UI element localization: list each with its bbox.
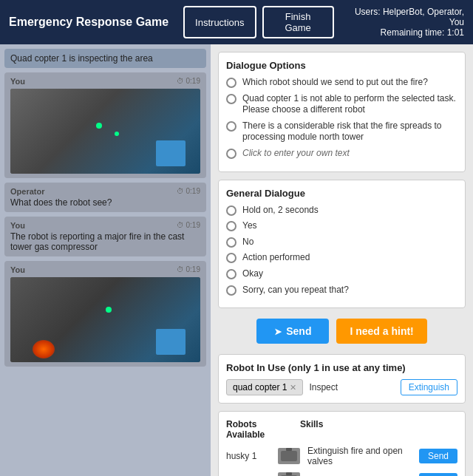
radio-opt1[interactable]: [226, 78, 236, 88]
time-label: Remaining time: 1:01: [343, 27, 464, 38]
system-message-text: Quad copter 1 is inspecting the area: [10, 53, 153, 64]
header-buttons: Instructions Finish Game: [183, 6, 334, 38]
general-option-5[interactable]: Okay: [226, 268, 457, 280]
instructions-button[interactable]: Instructions: [183, 6, 256, 38]
robots-title: Robots: [226, 419, 285, 429]
dialogue-option-4[interactable]: Click to enter your own text: [226, 148, 457, 160]
radio-opt4[interactable]: [226, 149, 236, 159]
robot-skills-1: Extinguish fire and open valves: [307, 446, 412, 466]
msg-sender-op: Operator: [10, 187, 44, 196]
option-text-4: Click to enter your own text: [242, 148, 350, 160]
msg-sender: You: [10, 77, 25, 86]
chat-message-user-1: You ⏱ 0:19: [4, 72, 206, 178]
option-text-2: Quad copter 1 is not able to perform the…: [242, 93, 457, 116]
msg-header-u2: You ⏱ 0:19: [10, 221, 200, 230]
general-option-1[interactable]: Hold on, 2 seconds: [226, 205, 457, 217]
send-icon: [274, 325, 282, 337]
radio-gen3[interactable]: [226, 237, 236, 248]
msg-header-op: Operator ⏱ 0:19: [10, 187, 200, 196]
robot-send-button-1[interactable]: Send: [419, 449, 457, 463]
robots-col-header: Robots Available: [226, 419, 285, 440]
chat-panel: Quad copter 1 is inspecting the area You…: [0, 44, 211, 476]
general-option-4[interactable]: Action performed: [226, 252, 457, 264]
msg-sender-u3: You: [10, 265, 25, 274]
general-dialogue-section: General Dialogue Hold on, 2 seconds Yes …: [218, 180, 466, 309]
general-text-3: No: [242, 237, 253, 248]
send-label: Send: [286, 325, 311, 337]
robots-table-section: Robots Available Skills husky 1 Extingui…: [218, 411, 466, 476]
radio-opt3[interactable]: [226, 121, 236, 132]
radio-gen5[interactable]: [226, 269, 236, 279]
robot-shape-1: [281, 451, 297, 461]
robots-table-header: Robots Available Skills: [226, 419, 457, 440]
chat-message-user-2: You ⏱ 0:19 The robot is reporting a majo…: [4, 217, 206, 256]
fire-image-visual: [10, 277, 200, 362]
robot-in-use-section: Robot In Use (only 1 in use at any time)…: [218, 354, 466, 404]
radio-opt2[interactable]: [226, 94, 236, 104]
msg-header: You ⏱ 0:19: [10, 77, 200, 86]
dialogue-option-2[interactable]: Quad copter 1 is not able to perform the…: [226, 93, 457, 116]
robot-icon-2: [278, 472, 300, 476]
robot-row-1: husky 1 Extinguish fire and open valves …: [226, 446, 457, 466]
robot-tag-close[interactable]: ✕: [290, 383, 296, 392]
robot-tag: quad copter 1 ✕: [226, 379, 303, 395]
chat-message-user-3: You ⏱ 0:19: [4, 261, 206, 367]
robot-tag-name: quad copter 1: [233, 382, 287, 392]
general-text-1: Hold on, 2 seconds: [242, 205, 319, 217]
general-text-5: Okay: [242, 268, 263, 280]
chat-message-operator: Operator ⏱ 0:19 What does the robot see?: [4, 183, 206, 212]
dialogue-option-3[interactable]: There is a considerable risk that the fi…: [226, 120, 457, 143]
robot-row-2: husky 2 Inspect Send: [226, 472, 457, 476]
general-text-6: Sorry, can you repeat that?: [242, 285, 349, 296]
robot-send-button-2[interactable]: Send: [419, 473, 457, 476]
msg-time-op: ⏱ 0:19: [177, 187, 200, 196]
dialogue-option-1[interactable]: Which robot should we send to put out th…: [226, 77, 457, 89]
send-button[interactable]: Send: [256, 319, 329, 344]
main-layout: Quad copter 1 is inspecting the area You…: [0, 44, 473, 476]
msg-header-u3: You ⏱ 0:19: [10, 265, 200, 274]
radio-gen6[interactable]: [226, 285, 236, 296]
green-dot-2: [115, 132, 119, 136]
radio-gen2[interactable]: [226, 221, 236, 231]
robot-icon-1: [278, 448, 300, 464]
available-label: Available: [226, 429, 285, 440]
radio-gen4[interactable]: [226, 253, 236, 263]
chat-image-aerial: [10, 89, 200, 174]
operator-message-text: What does the robot see?: [10, 197, 200, 208]
user-message-text: The robot is reporting a major fire in t…: [10, 231, 200, 252]
extinguish-button[interactable]: Extinguish: [401, 379, 457, 395]
users-label: Users: HelperBot, Operator, You: [343, 7, 464, 27]
robot-use-row: quad copter 1 ✕ Inspect Extinguish: [226, 379, 457, 395]
general-text-2: Yes: [242, 220, 257, 232]
skills-col-header: Skills: [300, 419, 457, 440]
option-text-1: Which robot should we send to put out th…: [242, 77, 428, 89]
robot-name-1: husky 1: [226, 451, 270, 461]
robot-skill-label: Inspect: [309, 382, 338, 392]
finish-game-button[interactable]: Finish Game: [262, 6, 334, 38]
option-text-3: There is a considerable risk that the fi…: [242, 120, 457, 143]
header: Emergency Response Game Instructions Fin…: [0, 0, 473, 44]
fire-effect-visual: [33, 340, 55, 358]
general-option-2[interactable]: Yes: [226, 220, 457, 232]
msg-time-u2: ⏱ 0:19: [177, 221, 200, 230]
green-dot-1: [96, 123, 102, 129]
hint-button[interactable]: I need a hint!: [336, 319, 426, 344]
green-dot-fire: [106, 307, 112, 313]
robot-in-use-title: Robot In Use (only 1 in use at any time): [226, 362, 457, 373]
header-info: Users: HelperBot, Operator, You Remainin…: [343, 7, 464, 38]
chat-message-system: Quad copter 1 is inspecting the area: [4, 49, 206, 68]
dialogue-options-title: Dialogue Options: [226, 60, 457, 71]
msg-sender-u2: You: [10, 221, 25, 230]
general-dialogue-title: General Dialogue: [226, 188, 457, 199]
general-text-4: Action performed: [242, 252, 310, 264]
action-buttons: Send I need a hint!: [218, 316, 466, 347]
msg-time-u3: ⏱ 0:19: [177, 265, 200, 274]
app-title: Emergency Response Game: [9, 16, 169, 29]
general-option-6[interactable]: Sorry, can you repeat that?: [226, 285, 457, 296]
chat-image-fire: [10, 277, 200, 362]
right-panel: Dialogue Options Which robot should we s…: [211, 44, 473, 476]
radio-gen1[interactable]: [226, 205, 236, 216]
aerial-image-visual: [10, 89, 200, 174]
general-option-3[interactable]: No: [226, 237, 457, 248]
msg-time: ⏱ 0:19: [177, 77, 200, 86]
